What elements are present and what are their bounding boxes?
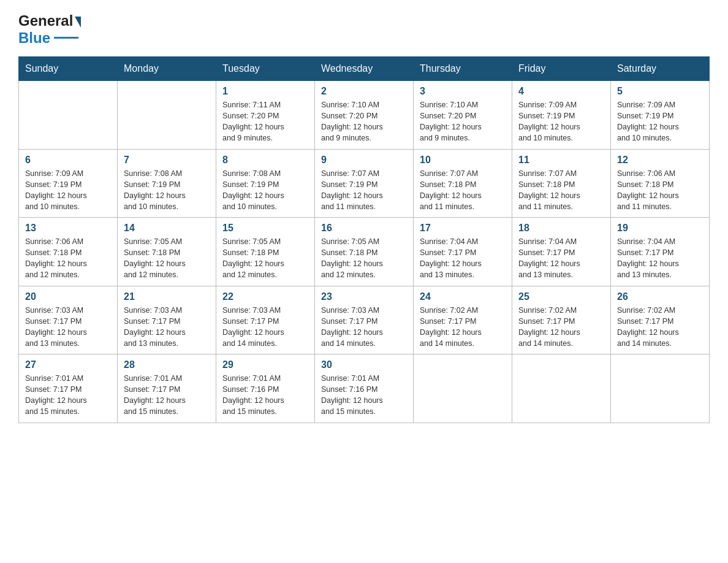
calendar-cell xyxy=(512,354,611,423)
day-number: 22 xyxy=(222,291,308,302)
day-number: 26 xyxy=(617,291,703,302)
day-info: Sunrise: 7:03 AM Sunset: 7:17 PM Dayligh… xyxy=(321,305,407,350)
day-number: 5 xyxy=(617,86,703,97)
day-number: 18 xyxy=(518,223,604,234)
calendar-cell: 24Sunrise: 7:02 AM Sunset: 7:17 PM Dayli… xyxy=(414,286,512,354)
day-number: 2 xyxy=(321,86,407,97)
day-info: Sunrise: 7:07 AM Sunset: 7:18 PM Dayligh… xyxy=(420,168,506,213)
day-number: 1 xyxy=(222,86,308,97)
calendar-cell: 18Sunrise: 7:04 AM Sunset: 7:17 PM Dayli… xyxy=(512,218,611,286)
day-number: 23 xyxy=(321,291,407,302)
calendar-cell: 30Sunrise: 7:01 AM Sunset: 7:16 PM Dayli… xyxy=(315,354,414,423)
day-number: 19 xyxy=(617,223,703,234)
day-info: Sunrise: 7:03 AM Sunset: 7:17 PM Dayligh… xyxy=(124,305,210,350)
calendar-cell: 22Sunrise: 7:03 AM Sunset: 7:17 PM Dayli… xyxy=(216,286,315,354)
day-info: Sunrise: 7:04 AM Sunset: 7:17 PM Dayligh… xyxy=(518,236,604,281)
day-number: 11 xyxy=(518,155,604,166)
weekday-header-thursday: Thursday xyxy=(414,57,512,81)
calendar-cell: 2Sunrise: 7:10 AM Sunset: 7:20 PM Daylig… xyxy=(315,81,414,150)
calendar-cell: 4Sunrise: 7:09 AM Sunset: 7:19 PM Daylig… xyxy=(512,81,611,150)
day-number: 21 xyxy=(124,291,210,302)
calendar-week-4: 20Sunrise: 7:03 AM Sunset: 7:17 PM Dayli… xyxy=(19,286,710,354)
calendar-table: SundayMondayTuesdayWednesdayThursdayFrid… xyxy=(18,56,710,423)
logo-general-text: General xyxy=(18,12,73,29)
logo: General Blue xyxy=(18,12,82,47)
page-header: General Blue xyxy=(18,12,710,47)
calendar-cell: 23Sunrise: 7:03 AM Sunset: 7:17 PM Dayli… xyxy=(315,286,414,354)
calendar-week-2: 6Sunrise: 7:09 AM Sunset: 7:19 PM Daylig… xyxy=(19,149,710,218)
day-info: Sunrise: 7:04 AM Sunset: 7:17 PM Dayligh… xyxy=(420,236,506,281)
day-number: 9 xyxy=(321,155,407,166)
day-number: 20 xyxy=(25,291,111,302)
day-info: Sunrise: 7:09 AM Sunset: 7:19 PM Dayligh… xyxy=(25,168,111,213)
day-info: Sunrise: 7:02 AM Sunset: 7:17 PM Dayligh… xyxy=(420,305,506,350)
weekday-header-wednesday: Wednesday xyxy=(315,57,414,81)
day-info: Sunrise: 7:06 AM Sunset: 7:18 PM Dayligh… xyxy=(617,168,703,213)
calendar-cell: 6Sunrise: 7:09 AM Sunset: 7:19 PM Daylig… xyxy=(19,149,118,218)
calendar-cell: 21Sunrise: 7:03 AM Sunset: 7:17 PM Dayli… xyxy=(118,286,216,354)
day-info: Sunrise: 7:07 AM Sunset: 7:18 PM Dayligh… xyxy=(518,168,604,213)
calendar-cell: 13Sunrise: 7:06 AM Sunset: 7:18 PM Dayli… xyxy=(19,218,118,286)
day-number: 12 xyxy=(617,155,703,166)
logo-blue-text: Blue xyxy=(18,29,54,47)
day-info: Sunrise: 7:01 AM Sunset: 7:17 PM Dayligh… xyxy=(124,373,210,418)
day-number: 28 xyxy=(124,359,210,370)
calendar-cell: 26Sunrise: 7:02 AM Sunset: 7:17 PM Dayli… xyxy=(611,286,710,354)
logo-underline xyxy=(54,37,78,39)
day-number: 6 xyxy=(25,155,111,166)
calendar-cell: 14Sunrise: 7:05 AM Sunset: 7:18 PM Dayli… xyxy=(118,218,216,286)
day-info: Sunrise: 7:05 AM Sunset: 7:18 PM Dayligh… xyxy=(124,236,210,281)
day-number: 17 xyxy=(420,223,506,234)
day-number: 27 xyxy=(25,359,111,370)
calendar-week-5: 27Sunrise: 7:01 AM Sunset: 7:17 PM Dayli… xyxy=(19,354,710,423)
day-number: 24 xyxy=(420,291,506,302)
calendar-cell: 10Sunrise: 7:07 AM Sunset: 7:18 PM Dayli… xyxy=(414,149,512,218)
day-info: Sunrise: 7:03 AM Sunset: 7:17 PM Dayligh… xyxy=(222,305,308,350)
day-info: Sunrise: 7:02 AM Sunset: 7:17 PM Dayligh… xyxy=(617,305,703,350)
day-info: Sunrise: 7:05 AM Sunset: 7:18 PM Dayligh… xyxy=(321,236,407,281)
day-info: Sunrise: 7:04 AM Sunset: 7:17 PM Dayligh… xyxy=(617,236,703,281)
day-info: Sunrise: 7:05 AM Sunset: 7:18 PM Dayligh… xyxy=(222,236,308,281)
day-info: Sunrise: 7:11 AM Sunset: 7:20 PM Dayligh… xyxy=(222,99,308,144)
logo-triangle-icon xyxy=(75,17,81,28)
day-number: 3 xyxy=(420,86,506,97)
day-info: Sunrise: 7:06 AM Sunset: 7:18 PM Dayligh… xyxy=(25,236,111,281)
weekday-header-tuesday: Tuesday xyxy=(216,57,315,81)
day-number: 15 xyxy=(222,223,308,234)
day-number: 14 xyxy=(124,223,210,234)
day-info: Sunrise: 7:01 AM Sunset: 7:16 PM Dayligh… xyxy=(222,373,308,418)
day-info: Sunrise: 7:01 AM Sunset: 7:16 PM Dayligh… xyxy=(321,373,407,418)
calendar-body: 1Sunrise: 7:11 AM Sunset: 7:20 PM Daylig… xyxy=(19,81,710,423)
day-number: 16 xyxy=(321,223,407,234)
calendar-cell xyxy=(118,81,216,150)
day-info: Sunrise: 7:10 AM Sunset: 7:20 PM Dayligh… xyxy=(321,99,407,144)
calendar-cell: 8Sunrise: 7:08 AM Sunset: 7:19 PM Daylig… xyxy=(216,149,315,218)
calendar-cell: 9Sunrise: 7:07 AM Sunset: 7:19 PM Daylig… xyxy=(315,149,414,218)
weekday-header-row: SundayMondayTuesdayWednesdayThursdayFrid… xyxy=(19,57,710,81)
calendar-cell: 7Sunrise: 7:08 AM Sunset: 7:19 PM Daylig… xyxy=(118,149,216,218)
day-info: Sunrise: 7:08 AM Sunset: 7:19 PM Dayligh… xyxy=(222,168,308,213)
calendar-cell: 29Sunrise: 7:01 AM Sunset: 7:16 PM Dayli… xyxy=(216,354,315,423)
calendar-cell: 12Sunrise: 7:06 AM Sunset: 7:18 PM Dayli… xyxy=(611,149,710,218)
day-number: 25 xyxy=(518,291,604,302)
calendar-cell: 11Sunrise: 7:07 AM Sunset: 7:18 PM Dayli… xyxy=(512,149,611,218)
calendar-cell: 27Sunrise: 7:01 AM Sunset: 7:17 PM Dayli… xyxy=(19,354,118,423)
weekday-header-monday: Monday xyxy=(118,57,216,81)
calendar-cell xyxy=(611,354,710,423)
calendar-week-3: 13Sunrise: 7:06 AM Sunset: 7:18 PM Dayli… xyxy=(19,218,710,286)
day-info: Sunrise: 7:08 AM Sunset: 7:19 PM Dayligh… xyxy=(124,168,210,213)
day-info: Sunrise: 7:09 AM Sunset: 7:19 PM Dayligh… xyxy=(518,99,604,144)
calendar-cell: 5Sunrise: 7:09 AM Sunset: 7:19 PM Daylig… xyxy=(611,81,710,150)
calendar-cell: 25Sunrise: 7:02 AM Sunset: 7:17 PM Dayli… xyxy=(512,286,611,354)
calendar-cell: 1Sunrise: 7:11 AM Sunset: 7:20 PM Daylig… xyxy=(216,81,315,150)
calendar-cell: 20Sunrise: 7:03 AM Sunset: 7:17 PM Dayli… xyxy=(19,286,118,354)
day-number: 10 xyxy=(420,155,506,166)
day-number: 29 xyxy=(222,359,308,370)
day-info: Sunrise: 7:02 AM Sunset: 7:17 PM Dayligh… xyxy=(518,305,604,350)
calendar-cell: 17Sunrise: 7:04 AM Sunset: 7:17 PM Dayli… xyxy=(414,218,512,286)
calendar-cell: 15Sunrise: 7:05 AM Sunset: 7:18 PM Dayli… xyxy=(216,218,315,286)
calendar-cell xyxy=(19,81,118,150)
day-info: Sunrise: 7:01 AM Sunset: 7:17 PM Dayligh… xyxy=(25,373,111,418)
day-number: 8 xyxy=(222,155,308,166)
day-info: Sunrise: 7:09 AM Sunset: 7:19 PM Dayligh… xyxy=(617,99,703,144)
